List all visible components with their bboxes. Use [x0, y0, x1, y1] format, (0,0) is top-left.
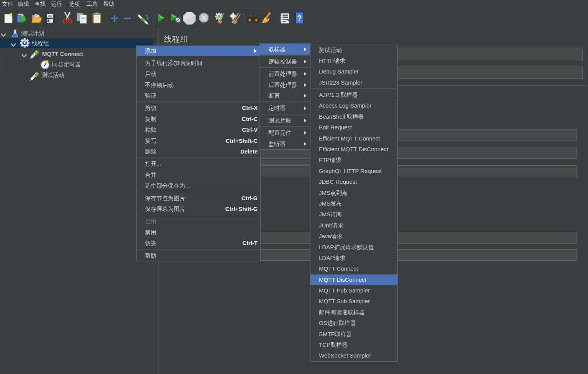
- svg-text:?: ?: [297, 14, 302, 22]
